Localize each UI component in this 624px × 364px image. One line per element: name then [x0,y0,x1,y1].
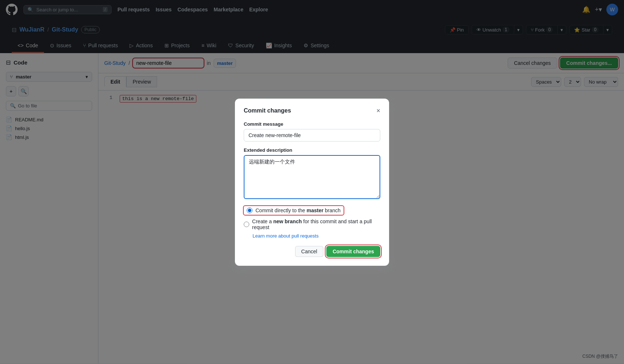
radio-direct-label: Commit directly to the master branch [255,207,341,213]
radio-direct-option[interactable]: Commit directly to the master branch [244,206,380,215]
commit-message-input[interactable] [244,129,380,141]
modal-overlay[interactable]: Commit changes × Commit message Extended… [0,0,624,363]
commit-modal: Commit changes × Commit message Extended… [235,99,389,266]
radio-new-branch-label: Create a new branch for this commit and … [252,218,380,230]
extended-desc-textarea[interactable] [244,155,380,199]
radio-new-branch-option[interactable]: Create a new branch for this commit and … [244,218,380,230]
radio-direct-highlighted: Commit directly to the master branch [244,206,344,215]
modal-title: Commit changes [244,107,291,114]
extended-desc-label: Extended description [244,147,380,153]
modal-header: Commit changes × [244,107,380,114]
learn-more-link[interactable]: Learn more about pull requests [253,233,380,239]
radio-direct-input[interactable] [247,207,253,213]
radio-new-branch-input[interactable] [244,221,249,227]
modal-cancel-button[interactable]: Cancel [295,246,324,257]
modal-commit-button[interactable]: Commit changes [326,246,380,257]
modal-footer: Cancel Commit changes [244,246,380,257]
modal-close-button[interactable]: × [376,107,380,114]
commit-message-label: Commit message [244,121,380,127]
